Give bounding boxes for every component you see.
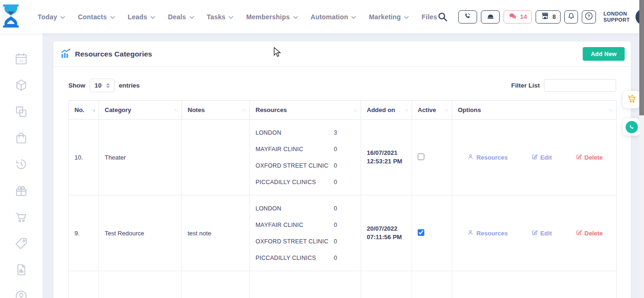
chat-bubbles-icon	[508, 12, 517, 22]
sidebar-history-icon[interactable]	[0, 151, 42, 177]
resource-count: 0	[334, 162, 337, 169]
resources-categories-card: Resources Categories Add New Show 10 ent…	[53, 41, 631, 298]
nav-item-label: Memberships	[246, 13, 289, 21]
svg-text:12: 12	[19, 59, 24, 63]
resource-line: PICCADILLY CLINICS 0	[256, 174, 357, 190]
cell-notes	[182, 271, 250, 298]
cell-options: Resources Edit	[452, 195, 617, 271]
nav-item-tasks[interactable]: Tasks	[207, 13, 234, 21]
phone-button[interactable]	[458, 10, 477, 24]
resources-link[interactable]: Resources	[467, 153, 507, 161]
edit-link[interactable]: Edit	[531, 153, 552, 161]
inbox-icon	[486, 12, 495, 22]
sidebar-copy-icon[interactable]	[0, 98, 42, 125]
column-label: Options	[458, 106, 481, 113]
filter-input[interactable]	[544, 79, 616, 92]
page-title: Resources Categories	[75, 50, 152, 58]
active-checkbox[interactable]	[418, 153, 424, 160]
chevron-down-icon	[190, 16, 194, 19]
nav-item-marketing[interactable]: Marketing	[369, 13, 409, 21]
sidebar-shopping-bag-icon[interactable]	[0, 125, 42, 151]
nav-item-today[interactable]: Today	[38, 13, 65, 21]
nav-item-files[interactable]: Files	[421, 13, 437, 21]
search-icon[interactable]	[437, 11, 448, 22]
nav-item-automation[interactable]: Automation	[311, 13, 356, 21]
store-button[interactable]: 8	[536, 10, 561, 24]
cell-active	[412, 195, 452, 271]
active-checkbox[interactable]	[418, 229, 424, 236]
cell-no	[69, 271, 99, 298]
resource-line: OXFORD STREET CLINIC 0	[256, 233, 357, 250]
hourglass-logo-icon	[0, 4, 22, 30]
sort-icon: ↑↓	[91, 107, 95, 113]
sidebar-price-tag-icon[interactable]	[0, 230, 42, 257]
resource-name: MAYFAIR CLINIC	[256, 222, 334, 228]
chart-icon	[60, 48, 71, 60]
nav-item-label: Marketing	[369, 13, 401, 21]
column-header-category[interactable]: Category ↑↓	[99, 101, 182, 120]
column-header-notes[interactable]: Notes ↑↓	[182, 101, 250, 120]
sidebar-cart-icon[interactable]	[0, 204, 42, 230]
scrollbar-thumb[interactable]	[639, 0, 644, 115]
sort-icon: ↑↓	[242, 107, 246, 113]
nav-item-deals[interactable]: Deals	[168, 13, 194, 21]
nav-item-memberships[interactable]: Memberships	[246, 13, 297, 21]
help-button[interactable]: ?	[582, 10, 596, 24]
column-header-options[interactable]: Options ↑↓	[452, 101, 617, 120]
svg-text:?: ?	[587, 14, 590, 18]
delete-link[interactable]: Delete	[576, 229, 603, 237]
cell-category: Theater	[99, 120, 182, 195]
sidebar-package-icon[interactable]	[0, 72, 42, 98]
resources-link[interactable]: Resources	[467, 229, 507, 237]
store-icon	[540, 11, 550, 22]
cell-active	[412, 120, 452, 195]
entries-label: entries	[119, 82, 140, 89]
nav-item-contacts[interactable]: Contacts	[78, 13, 115, 21]
notifications-button[interactable]	[564, 10, 578, 24]
nav-item-leads[interactable]: Leads	[128, 13, 155, 21]
column-header-resources[interactable]: Resources ↑↓	[250, 101, 361, 120]
resource-name: PICCADILLY CLINICS	[256, 179, 334, 185]
nav-item-label: Tasks	[207, 13, 226, 21]
column-header-no-[interactable]: No. ↑↓	[69, 101, 99, 120]
cell-options: Resources Edit	[452, 120, 617, 195]
sidebar-user-badge-icon[interactable]	[0, 283, 42, 298]
bell-icon	[567, 12, 576, 22]
chevron-down-icon	[110, 16, 115, 19]
floating-phone-button[interactable]	[623, 118, 640, 136]
chevron-down-icon	[351, 16, 356, 19]
added-date: 20/07/2022	[367, 225, 408, 233]
sidebar-report-icon[interactable]	[0, 257, 42, 283]
resource-name: OXFORD STREET CLINIC	[256, 162, 334, 169]
account-name: LONDON SUPPORT	[603, 11, 630, 23]
phone-icon	[463, 12, 472, 22]
cell-resources: LONDON 0 MAYFAIR CLINIC 0 OXFORD STREET …	[250, 195, 361, 271]
resources-table: No. ↑↓ Category ↑↓ Notes ↑↓ Resources ↑↓…	[68, 100, 617, 298]
brand-logo[interactable]	[0, 4, 22, 30]
column-label: No.	[74, 106, 84, 113]
column-header-added-on[interactable]: Added on ↑↓	[361, 101, 412, 120]
select-arrows-icon	[106, 83, 110, 88]
sidebar-calendar-icon[interactable]: 12	[0, 46, 42, 72]
edit-link[interactable]: Edit	[531, 229, 552, 237]
card-body: Show 10 entries Filter List	[53, 67, 631, 298]
show-label: Show	[68, 82, 85, 89]
inbox-button[interactable]	[481, 10, 500, 24]
sidebar-gift-icon[interactable]	[0, 177, 42, 204]
floating-cart-button[interactable]	[623, 91, 640, 108]
column-header-active[interactable]: Active ↑↓	[412, 101, 452, 120]
nav-item-label: Deals	[168, 13, 186, 21]
table-row: LONDON 3 MAYFAIR CLINIC 0	[69, 271, 617, 298]
sort-icon: ↑↓	[609, 107, 613, 113]
delete-link[interactable]: Delete	[576, 153, 603, 161]
column-label: Resources	[256, 106, 287, 113]
sort-icon: ↑↓	[405, 107, 408, 113]
column-label: Active	[418, 106, 436, 113]
edit-icon	[531, 229, 538, 237]
add-new-button[interactable]: Add New	[583, 47, 625, 61]
page-size-select[interactable]: 10	[90, 79, 115, 92]
chat-button[interactable]: 14	[504, 10, 531, 24]
store-count-badge: 8	[553, 13, 556, 20]
page-scrollbar[interactable]	[639, 0, 644, 298]
resource-line: OXFORD STREET CLINIC 0	[256, 157, 357, 174]
